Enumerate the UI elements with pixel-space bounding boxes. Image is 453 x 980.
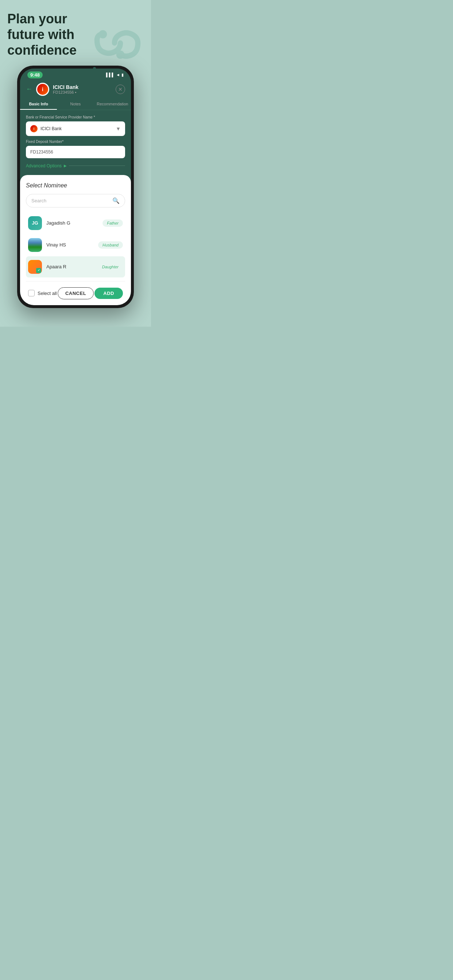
phone-screen: 9:48 ▌▌▌ ◄ ▮ ← i ICICI Bank FD12345 [20, 68, 131, 305]
phone-frame: 9:48 ▌▌▌ ◄ ▮ ← i ICICI Bank FD12345 [17, 65, 134, 308]
sheet-title: Select Nominee [26, 182, 125, 189]
brand-logo-bg [85, 11, 144, 69]
fd-field-label: Fixed Deposit Number* [26, 140, 125, 144]
sheet-footer: Select all CANCEL ADD [26, 281, 125, 305]
avatar: JG [28, 216, 42, 230]
chevron-down-icon: ▼ [116, 126, 121, 132]
avatar [28, 238, 42, 252]
svg-point-0 [99, 30, 107, 38]
status-icons: ▌▌▌ ◄ ▮ [106, 73, 124, 77]
nominee-name: Apaara R [46, 264, 93, 269]
dropdown-left: i ICICI Bank [30, 125, 62, 132]
svg-point-1 [116, 51, 124, 59]
nominee-list: JG Jagadish G Father Vinay HS [26, 213, 125, 277]
advanced-options-label: Advanced Options [26, 163, 62, 169]
select-all-area[interactable]: Select all [28, 290, 57, 296]
back-button[interactable]: ← [26, 85, 32, 93]
bank-logo: i [36, 83, 49, 96]
tab-bar: Basic Info Notes Recommendation [20, 99, 131, 110]
cancel-button[interactable]: CANCEL [57, 287, 94, 299]
nominee-item-selected[interactable]: ✓ Apaara R Daughter [26, 256, 125, 277]
bottom-sheet: Select Nominee Search 🔍 JG Jagadish G F [20, 175, 131, 305]
bank-dropdown[interactable]: i ICICI Bank ▼ [26, 121, 125, 136]
nominee-item[interactable]: JG Jagadish G Father [26, 213, 125, 234]
nominee-item[interactable]: Vinay HS Husband [26, 234, 125, 256]
add-button[interactable]: ADD [94, 288, 123, 299]
avatar: ✓ [28, 260, 42, 274]
signal-icon: ▌▌▌ [106, 73, 115, 77]
bank-account-number: FD1234556 • [53, 90, 112, 94]
tab-notes[interactable]: Notes [57, 99, 94, 110]
bank-dropdown-value: ICICI Bank [40, 126, 62, 131]
status-bar: 9:48 ▌▌▌ ◄ ▮ [20, 68, 131, 80]
select-all-label: Select all [38, 291, 57, 296]
battery-icon: ▮ [121, 73, 124, 77]
app-header: ← i ICICI Bank FD1234556 • ✕ [20, 80, 131, 99]
form-area: Bank or Financial Service Provider Name … [20, 110, 131, 175]
wifi-icon: ◄ [116, 73, 120, 77]
select-all-checkbox[interactable] [28, 290, 35, 296]
bank-dropdown-icon: i [30, 125, 38, 132]
status-time: 9:48 [27, 72, 43, 78]
nominee-name: Vinay HS [46, 242, 94, 248]
phone-mockup: 9:48 ▌▌▌ ◄ ▮ ← i ICICI Bank FD12345 [7, 65, 144, 319]
search-placeholder: Search [31, 198, 112, 204]
background-page: Plan your future with confidence 9:48 ▌▌… [0, 0, 151, 327]
nominee-name: Jagadish G [46, 220, 98, 226]
bank-name: ICICI Bank [53, 84, 112, 90]
tab-basic-info[interactable]: Basic Info [20, 99, 57, 110]
search-icon: 🔍 [112, 197, 120, 204]
tab-recommendation[interactable]: Recommendation [94, 99, 131, 110]
advanced-options-arrow: ▶ [64, 164, 67, 168]
close-button[interactable]: ✕ [116, 84, 125, 94]
advanced-options[interactable]: Advanced Options ▶ [26, 162, 125, 170]
search-box[interactable]: Search 🔍 [26, 194, 125, 207]
bank-logo-inner: i [37, 84, 48, 95]
relation-badge: Husband [98, 241, 123, 249]
relation-badge: Father [102, 220, 123, 227]
relation-badge: Daughter [98, 263, 123, 270]
bank-field-label: Bank or Financial Service Provider Name … [26, 115, 125, 119]
fd-input[interactable]: FD1234556 [26, 146, 125, 158]
bank-info: ICICI Bank FD1234556 • [53, 84, 112, 94]
advanced-options-line [69, 165, 125, 166]
